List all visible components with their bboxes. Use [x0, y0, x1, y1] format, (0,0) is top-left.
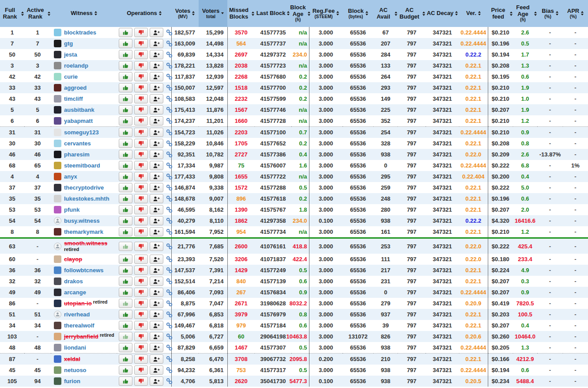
witness-link[interactable]: utopian-io	[64, 300, 92, 307]
add-proxy-button[interactable]	[150, 310, 163, 319]
sort-arrows-icon[interactable]	[159, 11, 162, 15]
header-last-block[interactable]: Last Block	[255, 0, 291, 27]
sort-arrows-icon[interactable]	[192, 11, 195, 15]
add-proxy-button[interactable]	[150, 266, 163, 275]
vote-down-button[interactable]	[134, 310, 148, 319]
witness-link[interactable]: lukestokes.mhth	[64, 195, 109, 202]
header-block-age[interactable]: Block Age(h)	[291, 0, 309, 27]
chain-link-icon[interactable]	[166, 278, 173, 285]
sort-arrows-icon[interactable]	[336, 11, 339, 15]
vote-up-button[interactable]	[119, 116, 132, 126]
vote-up-button[interactable]	[119, 216, 132, 225]
chain-link-icon[interactable]	[166, 300, 173, 307]
vote-up-button[interactable]	[119, 227, 132, 236]
vote-down-button[interactable]	[134, 94, 148, 103]
vote-down-button[interactable]	[134, 299, 148, 308]
header-votes[interactable]: Votes(MV)	[171, 0, 199, 27]
chain-link-icon[interactable]	[166, 378, 173, 384]
vote-up-button[interactable]	[119, 194, 132, 203]
chain-link-icon[interactable]	[166, 228, 173, 235]
chain-link-icon[interactable]	[166, 243, 173, 250]
chain-link-icon[interactable]	[166, 62, 173, 69]
chain-link-icon[interactable]	[166, 311, 173, 318]
vote-up-button[interactable]	[119, 150, 132, 159]
chain-link-icon[interactable]	[166, 84, 173, 91]
witness-link[interactable]: steemitboard	[64, 162, 100, 169]
vote-down-button[interactable]	[134, 227, 148, 236]
vote-down-button[interactable]	[134, 321, 148, 330]
vote-up-button[interactable]	[119, 172, 132, 181]
vote-down-button[interactable]	[134, 205, 148, 214]
header-witness[interactable]: Witness	[51, 0, 117, 27]
add-proxy-button[interactable]	[150, 354, 163, 364]
chain-link-icon[interactable]	[166, 256, 173, 262]
add-proxy-button[interactable]	[150, 227, 163, 236]
vote-down-button[interactable]	[134, 365, 148, 375]
vote-up-button[interactable]	[119, 365, 132, 375]
add-proxy-button[interactable]	[150, 343, 163, 352]
vote-up-button[interactable]	[119, 105, 132, 114]
chain-link-icon[interactable]	[166, 289, 173, 296]
vote-up-button[interactable]	[119, 299, 132, 308]
vote-down-button[interactable]	[134, 105, 148, 114]
witness-link[interactable]: arcange	[64, 289, 86, 296]
sort-arrows-icon[interactable]	[252, 11, 254, 16]
chain-link-icon[interactable]	[166, 129, 173, 136]
witness-link[interactable]: curie	[64, 73, 78, 80]
vote-down-button[interactable]	[134, 332, 148, 341]
sort-arrows-icon[interactable]	[395, 11, 397, 16]
chain-link-icon[interactable]	[166, 217, 173, 224]
sort-arrows-icon[interactable]	[48, 11, 50, 16]
witness-link[interactable]: riverhead	[64, 311, 90, 318]
add-proxy-button[interactable]	[150, 183, 163, 192]
vote-up-button[interactable]	[119, 343, 132, 352]
add-proxy-button[interactable]	[150, 205, 163, 214]
chain-link-icon[interactable]	[166, 367, 173, 373]
vote-up-button[interactable]	[119, 61, 132, 70]
add-proxy-button[interactable]	[150, 255, 163, 264]
vote-down-button[interactable]	[134, 161, 148, 170]
header-ac-budget[interactable]: AC Budget	[398, 0, 426, 27]
header-price-feed[interactable]: Price feed	[488, 0, 513, 27]
add-proxy-button[interactable]	[150, 216, 163, 225]
vote-down-button[interactable]	[134, 28, 148, 37]
witness-link[interactable]: drakos	[64, 278, 83, 285]
add-proxy-button[interactable]	[150, 277, 163, 286]
witness-link[interactable]: ausbitbank	[64, 107, 94, 113]
vote-down-button[interactable]	[134, 72, 148, 81]
header-voters[interactable]: Voterstotal	[199, 0, 227, 27]
witness-link[interactable]: pfunk	[64, 206, 79, 213]
chain-link-icon[interactable]	[166, 356, 173, 362]
witness-link[interactable]: busy.witness	[64, 217, 100, 224]
witness-link[interactable]: therealwolf	[64, 322, 94, 329]
add-proxy-button[interactable]	[150, 50, 163, 59]
vote-down-button[interactable]	[134, 242, 148, 251]
vote-up-button[interactable]	[119, 266, 132, 275]
witness-link[interactable]: followbtcnews	[64, 267, 104, 274]
vote-up-button[interactable]	[119, 377, 132, 386]
sort-desc-icon[interactable]	[221, 12, 224, 14]
add-proxy-button[interactable]	[150, 61, 163, 70]
vote-up-button[interactable]	[119, 128, 132, 137]
vote-up-button[interactable]	[119, 183, 132, 192]
vote-up-button[interactable]	[119, 94, 132, 103]
witness-link[interactable]: pharesim	[64, 151, 90, 158]
witness-link[interactable]: xeldal	[64, 356, 80, 362]
header-block[interactable]: Block(bytes)	[343, 0, 373, 27]
vote-down-button[interactable]	[134, 39, 148, 48]
vote-up-button[interactable]	[119, 28, 132, 37]
witness-link[interactable]: yabapmatt	[64, 118, 93, 124]
vote-down-button[interactable]	[134, 83, 148, 92]
witness-link[interactable]: thecryptodrive	[64, 184, 104, 191]
header-ac-decay[interactable]: AC Decay	[426, 0, 459, 27]
add-proxy-button[interactable]	[150, 332, 163, 341]
sort-arrows-icon[interactable]	[287, 11, 290, 15]
sort-arrows-icon[interactable]	[94, 11, 97, 15]
add-proxy-button[interactable]	[150, 72, 163, 81]
witness-link[interactable]: anyx	[64, 173, 77, 180]
witness-link[interactable]: someguy123	[64, 129, 99, 136]
header-bias[interactable]: Bias(%)	[537, 0, 563, 27]
chain-link-icon[interactable]	[166, 40, 173, 47]
vote-down-button[interactable]	[134, 128, 148, 137]
add-proxy-button[interactable]	[150, 299, 163, 308]
